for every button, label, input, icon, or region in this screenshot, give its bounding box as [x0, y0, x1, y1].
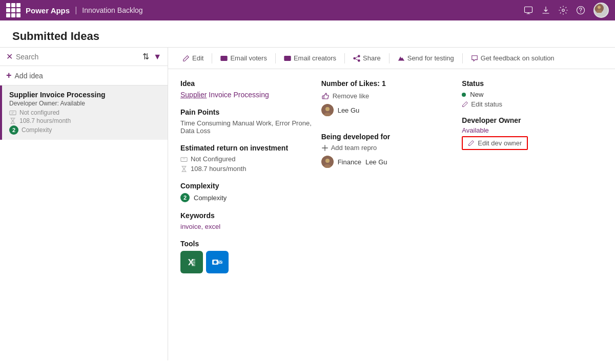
email-creators-label: Email creators — [294, 54, 336, 62]
settings-icon[interactable] — [559, 6, 568, 15]
svg-point-5 — [598, 6, 601, 9]
share-label: Share — [363, 54, 381, 62]
page-name: Innovation Backlog — [82, 6, 142, 14]
hourglass-detail-icon — [180, 165, 188, 173]
excel-tool-icon[interactable] — [180, 251, 203, 273]
top-nav: Power Apps | Innovation Backlog — [0, 0, 615, 20]
toolbar-sep4 — [389, 53, 389, 63]
page-title-area: Submitted Ideas — [0, 20, 615, 48]
feedback-icon — [471, 55, 478, 62]
user-avatar[interactable] — [593, 3, 609, 18]
like-user-avatar — [321, 104, 334, 116]
roi-meta2-row: 108.7 hours/month — [180, 165, 313, 173]
download-icon[interactable] — [541, 6, 550, 15]
get-feedback-label: Get feedback on solution — [481, 54, 555, 62]
email-creators-button[interactable]: Email creators — [278, 52, 342, 65]
svg-point-12 — [354, 57, 356, 59]
apps-grid-icon[interactable] — [6, 3, 20, 17]
help-icon[interactable] — [576, 6, 585, 15]
app-name: Power Apps — [26, 6, 70, 15]
list-item-meta: Not configured 108.7 hours/month 2 Compl… — [9, 109, 160, 135]
close-search-icon[interactable]: ✕ — [6, 52, 13, 61]
svg-rect-7 — [10, 111, 16, 115]
add-idea-bar[interactable]: + Add idea — [0, 66, 168, 85]
being-dev-label: Being developed for — [321, 133, 454, 141]
svg-point-22 — [214, 261, 217, 264]
list-item-sub: Developer Owner: Available — [9, 100, 160, 107]
add-team-button[interactable]: Add team repro — [321, 144, 454, 152]
outlook-tool-icon[interactable] — [206, 251, 229, 273]
email-creators-icon — [284, 55, 291, 62]
detail-content: Idea Supplier Invoice Processing Pain Po… — [168, 69, 615, 360]
keywords-label: Keywords — [180, 211, 313, 220]
edit-dev-owner-button[interactable]: Edit dev owner — [462, 136, 528, 150]
pain-points-value: Time Consuming Manual Work, Error Prone,… — [180, 119, 313, 135]
status-dot — [462, 93, 466, 97]
svg-rect-19 — [192, 265, 195, 266]
email-voters-button[interactable]: Email voters — [214, 52, 273, 65]
add-idea-plus-icon: + — [6, 70, 12, 81]
testing-icon — [398, 55, 405, 62]
search-input[interactable] — [16, 53, 139, 61]
thumbs-up-icon — [321, 92, 330, 100]
status-label: Status — [462, 79, 594, 88]
toolbar-sep1 — [212, 53, 212, 63]
pain-points-label: Pain Points — [180, 108, 313, 116]
roi-label: Estimated return on investment — [180, 144, 313, 152]
toolbar: Edit Email voters Email creators Share S… — [168, 48, 615, 69]
edit-status-button[interactable]: Edit status — [462, 100, 594, 108]
dev-owner-value: Available — [462, 126, 594, 134]
sort-icon[interactable]: ⇅ — [142, 52, 149, 61]
share-icon — [353, 55, 360, 62]
idea-link[interactable]: Supplier Invoice Processing — [180, 91, 269, 99]
likes-count: Number of Likes: 1 — [321, 79, 454, 88]
complexity-badge: 2 — [9, 125, 18, 135]
team-user: Lee Gu — [365, 158, 387, 166]
list-item-not-configured: Not configured — [9, 109, 160, 116]
edit-status-icon — [462, 101, 468, 108]
detail-col-1: Idea Supplier Invoice Processing Pain Po… — [180, 79, 321, 275]
complexity-label: Complexity — [180, 182, 313, 190]
email-voters-label: Email voters — [230, 54, 267, 62]
team-avatar — [321, 156, 334, 168]
add-team-icon — [321, 144, 329, 152]
status-value: New — [470, 91, 483, 98]
svg-point-25 — [325, 107, 330, 111]
svg-rect-18 — [192, 264, 195, 265]
outlook-svg — [210, 255, 224, 269]
search-icons: ⇅ ▼ — [142, 52, 161, 61]
send-testing-button[interactable]: Send for testing — [392, 52, 460, 65]
svg-rect-0 — [525, 7, 532, 12]
status-new-row: New — [462, 91, 594, 98]
edit-button[interactable]: Edit — [176, 52, 210, 65]
list-item-complexity: 2 Complexity — [9, 125, 160, 135]
email-voters-icon — [220, 55, 228, 62]
keywords-value: invoice, excel — [180, 223, 313, 230]
idea-label: Idea — [180, 79, 313, 88]
list-item-title: Supplier Invoice Processing — [9, 91, 160, 99]
roi-meta1-row: Not Configured — [180, 155, 313, 163]
svg-point-10 — [358, 55, 360, 57]
nav-separator: | — [75, 6, 77, 15]
svg-rect-17 — [192, 262, 195, 263]
complexity-badge-detail: 2 — [180, 193, 190, 202]
right-panel: Edit Email voters Email creators Share S… — [168, 48, 615, 360]
detail-col-3: Status New Edit status Developer Owner A… — [462, 79, 603, 275]
get-feedback-button[interactable]: Get feedback on solution — [465, 52, 561, 65]
screenshot-icon[interactable] — [524, 6, 533, 15]
toolbar-sep5 — [462, 53, 463, 63]
excel-svg — [184, 255, 199, 269]
tools-list — [180, 251, 313, 275]
toolbar-sep2 — [275, 53, 276, 63]
filter-icon[interactable]: ▼ — [153, 52, 161, 61]
roi-meta2-value: 108.7 hours/month — [191, 165, 246, 173]
share-button[interactable]: Share — [347, 52, 387, 65]
remove-like-button[interactable]: Remove like — [321, 92, 454, 100]
svg-point-11 — [358, 59, 360, 61]
top-nav-right — [524, 3, 609, 18]
list-item[interactable]: Supplier Invoice Processing Developer Ow… — [0, 85, 168, 140]
team-name: Finance — [338, 158, 361, 166]
svg-rect-15 — [192, 259, 195, 260]
svg-rect-13 — [181, 157, 187, 161]
team-row: Finance Lee Gu — [321, 156, 454, 168]
